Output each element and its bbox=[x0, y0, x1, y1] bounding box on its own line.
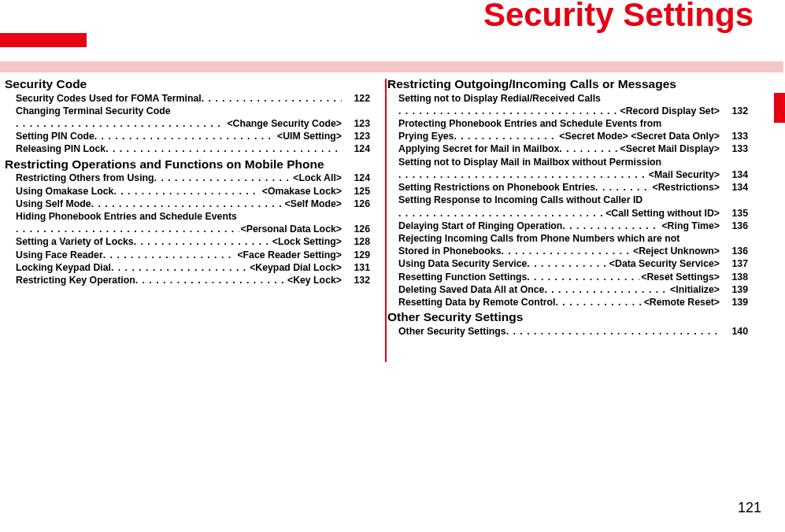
toc-entry: <Mail Security>134 bbox=[387, 168, 748, 181]
toc-leader-dots bbox=[454, 130, 557, 142]
toc-menu-tag: <Secret Mode> <Secret Data Only> bbox=[557, 130, 720, 142]
toc-page: 135 bbox=[720, 207, 748, 220]
toc-page: 133 bbox=[720, 130, 748, 142]
toc-leader-dots bbox=[544, 283, 668, 296]
toc-leader-dots bbox=[16, 223, 239, 235]
toc-menu-tag: <UIM Setting> bbox=[276, 130, 342, 142]
toc-page: 134 bbox=[720, 181, 748, 194]
page-title: Security Settings bbox=[483, 0, 754, 34]
toc-page: 139 bbox=[720, 296, 748, 308]
toc-menu-tag: <Call Setting without ID> bbox=[604, 207, 720, 220]
toc-entry: Setting not to Display Mail in Mailbox w… bbox=[387, 156, 748, 168]
toc-entry: Resetting Data by Remote Control<Remote … bbox=[387, 296, 748, 308]
divider-band bbox=[0, 61, 783, 72]
toc-leader-dots bbox=[398, 207, 604, 220]
toc-label: Resetting Function Settings bbox=[398, 271, 527, 283]
toc-leader-dots bbox=[562, 220, 660, 232]
toc-menu-tag: <Reject Unknown> bbox=[631, 245, 720, 257]
content-area: Security CodeSecurity Codes Used for FOM… bbox=[0, 76, 785, 338]
toc-menu-tag: <Face Reader Setting> bbox=[235, 249, 342, 261]
toc-label: Prying Eyes bbox=[398, 130, 454, 142]
toc-entry: Security Codes Used for FOMA Terminal122 bbox=[5, 92, 370, 105]
toc-menu-tag: <Remote Reset> bbox=[642, 296, 720, 308]
toc-menu-tag: <Data Security Service> bbox=[608, 257, 720, 270]
toc-leader-dots bbox=[595, 181, 650, 194]
toc-entry: Hiding Phonebook Entries and Schedule Ev… bbox=[5, 210, 370, 223]
toc-entry: Restricting Others from Using<Lock All>1… bbox=[5, 172, 370, 184]
toc-entry: Using Face Reader<Face Reader Setting>12… bbox=[5, 249, 370, 261]
toc-page: 138 bbox=[720, 271, 748, 283]
toc-page: 128 bbox=[342, 235, 370, 248]
toc-page: 124 bbox=[342, 142, 370, 155]
toc-page: 132 bbox=[720, 105, 748, 117]
toc-page: 132 bbox=[342, 274, 370, 286]
toc-page: 126 bbox=[342, 198, 370, 210]
toc-leader-dots bbox=[202, 92, 342, 105]
toc-label: Setting not to Display Mail in Mailbox w… bbox=[398, 156, 661, 168]
toc-label: Rejecting Incoming Calls from Phone Numb… bbox=[398, 232, 679, 245]
toc-leader-dots bbox=[559, 142, 618, 155]
toc-label: Other Security Settings bbox=[398, 325, 506, 338]
toc-entry: Delaying Start of Ringing Operation<Ring… bbox=[387, 220, 748, 232]
toc-entry: <Change Security Code>123 bbox=[5, 117, 370, 130]
toc-leader-dots bbox=[154, 172, 292, 184]
toc-column-left: Security CodeSecurity Codes Used for FOM… bbox=[0, 76, 378, 338]
toc-leader-dots bbox=[527, 257, 608, 270]
toc-page: 139 bbox=[720, 283, 748, 296]
toc-label: Using Face Reader bbox=[16, 249, 103, 261]
toc-label: Setting a Variety of Locks bbox=[16, 235, 134, 248]
toc-label: Using Data Security Service bbox=[398, 257, 527, 270]
toc-label: Using Omakase Lock bbox=[16, 185, 113, 198]
toc-page: 123 bbox=[342, 130, 370, 142]
toc-menu-tag: <Restrictions> bbox=[651, 181, 720, 194]
toc-label: Restricting Others from Using bbox=[16, 172, 154, 184]
toc-leader-dots bbox=[556, 296, 642, 308]
toc-label: Restricting Key Operation bbox=[16, 274, 135, 286]
toc-leader-dots bbox=[106, 142, 342, 155]
toc-leader-dots bbox=[506, 325, 720, 338]
toc-label: Applying Secret for Mail in Mailbox bbox=[398, 142, 559, 155]
toc-entry: Setting a Variety of Locks<Lock Setting>… bbox=[5, 235, 370, 248]
toc-menu-tag: <Key Lock> bbox=[286, 274, 342, 286]
toc-leader-dots bbox=[398, 105, 619, 117]
toc-label: Using Self Mode bbox=[16, 198, 91, 210]
toc-menu-tag: <Personal Data Lock> bbox=[239, 223, 343, 235]
toc-entry: Stored in Phonebooks<Reject Unknown>136 bbox=[387, 245, 748, 257]
toc-label: Locking Keypad Dial bbox=[16, 261, 111, 274]
toc-page: 125 bbox=[342, 185, 370, 198]
toc-entry: Using Omakase Lock<Omakase Lock>125 bbox=[5, 185, 370, 198]
toc-entry: Rejecting Incoming Calls from Phone Numb… bbox=[387, 232, 748, 245]
toc-entry: <Personal Data Lock>126 bbox=[5, 223, 370, 235]
section-heading: Security Code bbox=[5, 77, 370, 92]
toc-page: 124 bbox=[342, 172, 370, 184]
toc-entry: Prying Eyes<Secret Mode> <Secret Data On… bbox=[387, 130, 748, 142]
toc-leader-dots bbox=[398, 168, 647, 181]
toc-page: 134 bbox=[720, 168, 748, 181]
toc-entry: Setting Response to Incoming Calls witho… bbox=[387, 194, 748, 206]
toc-menu-tag: <Initialize> bbox=[668, 283, 720, 296]
toc-column-right: Restricting Outgoing/Incoming Calls or M… bbox=[378, 76, 756, 338]
title-bar: Security Settings bbox=[0, 0, 785, 47]
toc-entry: Restricting Key Operation<Key Lock>132 bbox=[5, 274, 370, 286]
toc-entry: Setting not to Display Redial/Received C… bbox=[387, 92, 748, 105]
toc-menu-tag: <Reset Settings> bbox=[639, 271, 720, 283]
toc-leader-dots bbox=[111, 261, 248, 274]
toc-leader-dots bbox=[91, 198, 283, 210]
toc-label: Setting Response to Incoming Calls witho… bbox=[398, 194, 642, 206]
toc-label: Resetting Data by Remote Control bbox=[398, 296, 556, 308]
toc-entry: Using Data Security Service<Data Securit… bbox=[387, 257, 748, 270]
toc-page: 131 bbox=[342, 261, 370, 274]
toc-menu-tag: <Ring Time> bbox=[660, 220, 720, 232]
toc-menu-tag: <Change Security Code> bbox=[225, 117, 342, 130]
toc-entry: Other Security Settings140 bbox=[387, 325, 748, 338]
toc-page: 136 bbox=[720, 220, 748, 232]
toc-leader-dots bbox=[103, 249, 236, 261]
section-heading: Restricting Outgoing/Incoming Calls or M… bbox=[387, 77, 748, 92]
toc-entry: Using Self Mode<Self Mode>126 bbox=[5, 198, 370, 210]
toc-label: Hiding Phonebook Entries and Schedule Ev… bbox=[16, 210, 237, 223]
toc-label: Changing Terminal Security Code bbox=[16, 105, 171, 117]
toc-entry: <Call Setting without ID>135 bbox=[387, 207, 748, 220]
toc-label: Releasing PIN Lock bbox=[16, 142, 106, 155]
toc-label: Protecting Phonebook Entries and Schedul… bbox=[398, 117, 661, 130]
section-heading: Other Security Settings bbox=[387, 310, 748, 325]
